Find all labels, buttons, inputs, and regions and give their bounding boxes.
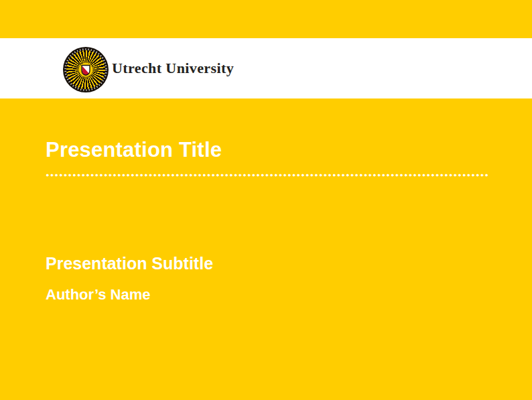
author-name: Author’s Name bbox=[46, 286, 150, 304]
logo-emblem-overlay bbox=[63, 47, 109, 92]
university-wordmark: Utrecht University bbox=[112, 60, 234, 77]
header-band: Utrecht University bbox=[0, 38, 532, 98]
dotted-divider bbox=[46, 174, 489, 177]
utrecht-university-sun-logo-icon bbox=[63, 47, 109, 92]
presentation-title: Presentation Title bbox=[46, 138, 222, 162]
presentation-subtitle: Presentation Subtitle bbox=[46, 254, 213, 273]
title-slide: Utrecht University Presentation Title Pr… bbox=[0, 0, 532, 400]
